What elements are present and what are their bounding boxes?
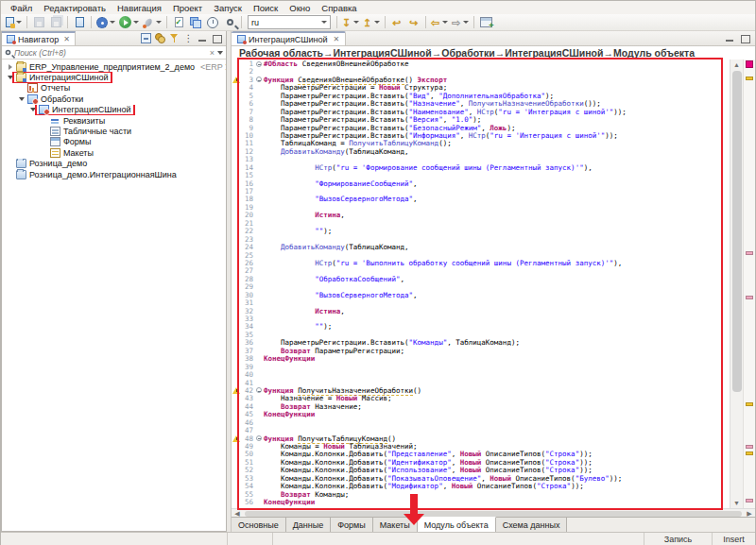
previous-edit-location-button[interactable]: ↥ — [362, 15, 381, 30]
gutter-warning-cell — [232, 443, 240, 451]
scrollbar-thumb[interactable] — [732, 71, 742, 392]
open-editor-button[interactable] — [72, 15, 87, 30]
ruler-marker[interactable] — [746, 402, 753, 406]
forward-history-button[interactable]: ↪ — [406, 15, 421, 30]
fold-cell — [255, 332, 264, 339]
scroll-up-icon[interactable]: ▲ — [730, 60, 743, 70]
back-history-button[interactable]: ↩ — [389, 15, 404, 30]
minimize-icon[interactable] — [198, 33, 208, 43]
dropdown-arrow-icon[interactable] — [442, 21, 448, 24]
tree-item[interactable]: Макеты — [2, 147, 226, 158]
locale-combobox[interactable]: ru — [248, 15, 331, 29]
last-edit-location-button[interactable]: ↧ — [341, 15, 360, 30]
tree-item[interactable]: ИнтеграцияСШиной — [2, 72, 226, 82]
collapse-fold-icon[interactable] — [256, 61, 262, 67]
code-line: 45КонецФункции — [232, 411, 730, 418]
collapse-fold-icon[interactable] — [256, 387, 262, 393]
launch-button[interactable] — [142, 15, 163, 30]
vertical-scrollbar[interactable]: ▲ ▼ — [730, 60, 743, 508]
dropdown-arrow-icon[interactable] — [133, 21, 139, 24]
expander-icon[interactable] — [6, 76, 14, 79]
link-with-editor-icon[interactable] — [155, 33, 165, 43]
search-input[interactable] — [14, 48, 207, 58]
maximize-icon[interactable] — [212, 33, 222, 43]
expander-icon[interactable] — [28, 108, 37, 111]
maximize-icon[interactable] — [740, 33, 750, 43]
page-tab-1[interactable]: Основные — [232, 518, 286, 532]
ruler-marker[interactable] — [746, 77, 753, 80]
new-wizard-button[interactable] — [5, 15, 23, 30]
tree-item[interactable]: Реквизиты — [2, 115, 226, 126]
dropdown-arrow-icon[interactable] — [110, 21, 115, 24]
ruler-marker[interactable] — [746, 251, 753, 255]
minimize-icon[interactable] — [725, 33, 735, 43]
menu-item[interactable]: Проект — [167, 3, 208, 13]
page-tab-2[interactable]: Данные — [286, 518, 332, 532]
open-perspective-button[interactable] — [478, 15, 493, 30]
history-button[interactable] — [205, 15, 220, 30]
view-menu-icon[interactable]: ⋮ — [183, 33, 194, 43]
forward-button[interactable]: ⇨ — [451, 15, 470, 30]
fold-cell — [255, 427, 264, 434]
collapse-all-icon[interactable] — [141, 33, 151, 43]
tree-item[interactable]: Обработки — [2, 94, 226, 104]
compare-button[interactable] — [188, 15, 203, 30]
page-tab-5[interactable]: Модуль объекта — [418, 517, 496, 532]
menu-item[interactable]: Поиск — [248, 3, 284, 13]
page-tab-3[interactable]: Формы — [331, 518, 373, 532]
save-all-button[interactable] — [48, 15, 63, 30]
dropdown-arrow-icon[interactable] — [156, 21, 162, 24]
close-icon[interactable]: ✕ — [63, 35, 70, 43]
menu-item[interactable]: Справка — [316, 3, 362, 13]
scroll-down-icon[interactable]: ▼ — [730, 498, 743, 508]
expander-icon[interactable] — [6, 64, 14, 70]
menu-item[interactable]: Запуск — [208, 3, 248, 13]
dropdown-arrow-icon[interactable] — [16, 21, 22, 24]
dropdown-arrow-icon[interactable] — [374, 21, 380, 24]
ruler-marker[interactable] — [746, 445, 753, 449]
scrollbar-thumb[interactable] — [245, 511, 742, 517]
tree-item[interactable]: ИнтеграцияСШиной — [2, 105, 226, 115]
tree-item[interactable]: Табличные части — [2, 126, 226, 136]
navigator-tab[interactable]: Навигатор ✕ — [2, 31, 76, 45]
search-button[interactable] — [222, 15, 237, 30]
search-options-icon[interactable] — [217, 51, 223, 55]
code-pane[interactable]: 1#Область СведенияОВнешнейОбработке23Фун… — [232, 60, 730, 508]
tree-item[interactable]: Формы — [2, 137, 226, 147]
validate-button[interactable] — [171, 15, 186, 30]
dropdown-arrow-icon[interactable] — [353, 21, 359, 24]
tree-item[interactable]: ERP_Управление_предприятием_2_демо<ERP У… — [2, 61, 226, 72]
gutter-warning-cell — [232, 467, 240, 474]
close-icon[interactable]: ✕ — [334, 35, 340, 43]
project-open-icon — [16, 73, 26, 82]
tree-item[interactable]: Отчеты — [2, 83, 226, 94]
page-tab-6[interactable]: Схема данных — [496, 518, 568, 532]
page-tab-4[interactable]: Макеты — [373, 518, 418, 532]
filter-icon[interactable] — [169, 33, 180, 43]
ruler-marker[interactable] — [746, 296, 753, 299]
dropdown-arrow-icon[interactable] — [463, 21, 469, 24]
overview-ruler[interactable] — [743, 60, 755, 508]
debug-button[interactable] — [95, 15, 116, 30]
save-button[interactable] — [31, 15, 46, 30]
chevron-down-icon[interactable] — [321, 21, 327, 24]
menu-item[interactable]: Файл — [5, 3, 38, 13]
collapse-fold-icon[interactable] — [256, 435, 262, 441]
expander-icon[interactable] — [17, 97, 26, 101]
navigator-search: × — [2, 46, 226, 60]
run-button[interactable] — [118, 15, 140, 30]
menu-item[interactable]: Редактировать — [38, 3, 112, 13]
tree-item[interactable]: Розница_демо.ИнтеграционнаяШина — [2, 169, 226, 179]
tree-item[interactable]: Розница_демо — [2, 159, 226, 169]
clear-search-icon[interactable]: × — [210, 48, 215, 58]
menu-item[interactable]: Окно — [284, 3, 316, 13]
collapse-fold-icon[interactable] — [256, 77, 262, 82]
fold-cell — [255, 283, 264, 291]
ruler-marker[interactable] — [746, 451, 753, 455]
back-button[interactable]: ⇦ — [430, 15, 449, 30]
ruler-marker[interactable] — [746, 499, 753, 502]
editor-tab[interactable]: ИнтеграцияСШиной ✕ — [232, 31, 346, 45]
gutter-warning-cell — [232, 491, 240, 499]
menu-item[interactable]: Навигация — [112, 3, 167, 13]
horizontal-scrollbar[interactable]: ◀ ▶ — [232, 508, 755, 517]
